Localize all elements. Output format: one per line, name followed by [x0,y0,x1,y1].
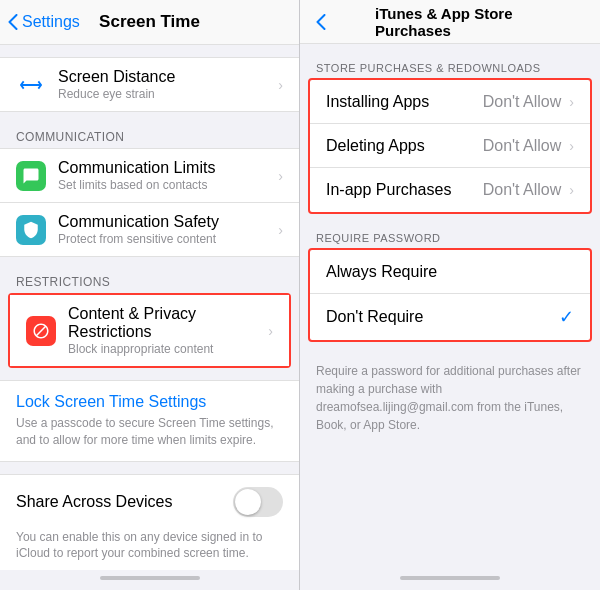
communication-limits-text: Communication Limits Set limits based on… [58,159,274,192]
communication-safety-icon [16,215,46,245]
content-privacy-group: Content & Privacy Restrictions Block ina… [8,293,291,368]
share-across-toggle[interactable] [233,487,283,517]
screen-distance-icon [20,74,42,96]
inapp-purchases-item[interactable]: In-app Purchases Don't Allow › [310,168,590,212]
installing-apps-chevron: › [569,94,574,110]
communication-limits-icon [16,161,46,191]
lock-screen-title[interactable]: Lock Screen Time Settings [16,393,283,411]
screen-distance-group: Screen Distance Reduce eye strain › [0,57,299,112]
share-across-subtitle: You can enable this on any device signed… [0,529,299,570]
password-section-header: REQUIRE PASSWORD [300,226,600,248]
require-password-note: Require a password for additional purcha… [300,354,600,442]
content-privacy-text: Content & Privacy Restrictions Block ina… [68,305,264,356]
communication-limits-subtitle: Set limits based on contacts [58,178,274,192]
right-bottom-bar [300,570,600,590]
screen-distance-text: Screen Distance Reduce eye strain [58,68,274,101]
content-privacy-chevron: › [268,323,273,339]
toggle-knob [235,489,261,515]
screen-distance-icon-wrap [16,70,46,100]
communication-limits-title: Communication Limits [58,159,274,177]
right-nav-bar: iTunes & App Store Purchases [300,0,600,44]
left-nav-title: Screen Time [99,12,200,32]
right-nav-title: iTunes & App Store Purchases [375,5,525,39]
left-scroll-area: Screen Distance Reduce eye strain › COMM… [0,45,299,570]
lock-screen-item[interactable]: Lock Screen Time Settings Use a passcode… [0,380,299,462]
share-across-row: Share Across Devices [0,475,299,529]
always-require-item[interactable]: Always Require [310,250,590,294]
installing-apps-label: Installing Apps [326,93,483,111]
right-back-button[interactable] [316,14,326,30]
communication-group: Communication Limits Set limits based on… [0,148,299,257]
screen-distance-subtitle: Reduce eye strain [58,87,274,101]
home-indicator [100,576,200,580]
lock-screen-subtitle: Use a passcode to secure Screen Time set… [16,415,283,449]
store-items-list: Installing Apps Don't Allow › Deleting A… [308,78,592,214]
screen-distance-title: Screen Distance [58,68,274,86]
content-privacy-icon [26,316,56,346]
deleting-apps-value: Don't Allow [483,137,562,155]
installing-apps-item[interactable]: Installing Apps Don't Allow › [310,80,590,124]
store-section-header: STORE PURCHASES & REDOWNLOADS [300,56,600,78]
content-privacy-title: Content & Privacy Restrictions [68,305,264,341]
dont-require-checkmark: ✓ [559,306,574,328]
left-panel: Settings Screen Time Screen Distance Red… [0,0,300,590]
right-home-indicator [400,576,500,580]
communication-limits-chevron: › [278,168,283,184]
right-panel: iTunes & App Store Purchases STORE PURCH… [300,0,600,590]
communication-safety-chevron: › [278,222,283,238]
inapp-purchases-chevron: › [569,182,574,198]
installing-apps-value: Don't Allow [483,93,562,111]
communication-safety-item[interactable]: Communication Safety Protect from sensit… [0,203,299,256]
screen-distance-item[interactable]: Screen Distance Reduce eye strain › [0,58,299,111]
left-nav-bar: Settings Screen Time [0,0,299,45]
settings-back-button[interactable]: Settings [8,13,80,31]
inapp-purchases-value: Don't Allow [483,181,562,199]
restrictions-section-header: RESTRICTIONS [0,269,299,293]
inapp-purchases-label: In-app Purchases [326,181,483,199]
right-scroll-area: STORE PURCHASES & REDOWNLOADS Installing… [300,44,600,570]
always-require-label: Always Require [326,263,574,281]
dont-require-label: Don't Require [326,308,555,326]
content-privacy-subtitle: Block inappropriate content [68,342,264,356]
communication-section-header: COMMUNICATION [0,124,299,148]
communication-safety-title: Communication Safety [58,213,274,231]
share-across-label: Share Across Devices [16,493,233,511]
dont-require-item[interactable]: Don't Require ✓ [310,294,590,340]
deleting-apps-label: Deleting Apps [326,137,483,155]
screen-distance-chevron: › [278,77,283,93]
back-label: Settings [22,13,80,31]
communication-limits-item[interactable]: Communication Limits Set limits based on… [0,149,299,203]
deleting-apps-item[interactable]: Deleting Apps Don't Allow › [310,124,590,168]
communication-safety-text: Communication Safety Protect from sensit… [58,213,274,246]
communication-safety-subtitle: Protect from sensitive content [58,232,274,246]
password-items-list: Always Require Don't Require ✓ [308,248,592,342]
left-bottom-bar [0,570,299,590]
share-across-section: Share Across Devices You can enable this… [0,474,299,570]
content-privacy-item[interactable]: Content & Privacy Restrictions Block ina… [10,295,289,366]
deleting-apps-chevron: › [569,138,574,154]
